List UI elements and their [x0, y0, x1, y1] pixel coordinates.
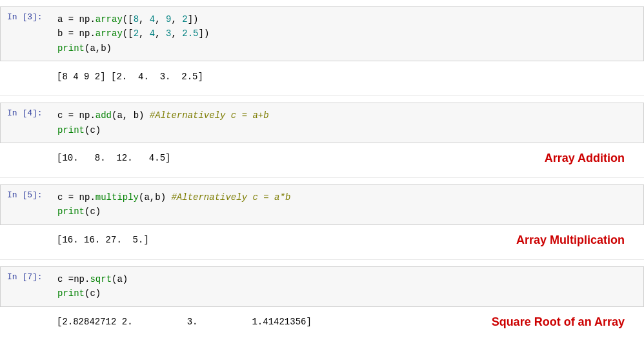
cell-7-wrapper: In [7]: c =np.sqrt(a) print(c) [2.828427…	[0, 260, 644, 341]
code-token: (c)	[85, 125, 101, 135]
code-token: 2.5	[182, 28, 198, 39]
output-text-3: [8 4 9 2] [2. 4. 3. 2.5]	[52, 69, 644, 84]
code-token: ,	[171, 28, 182, 39]
output-label	[0, 150, 52, 167]
output-label	[0, 232, 52, 249]
cell-4-wrapper: In [4]: c = np.add(a, b) #Alternatively …	[0, 96, 644, 177]
cell-7-input: In [7]: c =np.sqrt(a) print(c)	[0, 266, 644, 307]
cell-4-input: In [4]: c = np.add(a, b) #Alternatively …	[0, 103, 644, 143]
code-token: 2	[182, 14, 187, 25]
code-token: print	[57, 43, 85, 54]
output-text-4: [10. 8. 12. 4.5]	[52, 150, 506, 166]
code-line: print(c)	[57, 123, 638, 137]
code-token: #Alternatively c = a+b	[150, 110, 269, 121]
output-text-5: [16. 16. 27. 5.]	[52, 232, 478, 248]
code-token: 4	[150, 14, 155, 25]
code-token: (c)	[85, 288, 101, 299]
code-token: 8	[134, 14, 139, 25]
code-token: ,	[155, 14, 166, 25]
code-line: c = np.multiply(a,b) #Alternatively c = …	[57, 190, 638, 204]
code-line: print(c)	[57, 204, 638, 219]
code-token: 4	[150, 28, 155, 39]
output-label	[0, 313, 52, 331]
array-multiplication-annotation: Array Multiplication	[478, 233, 644, 247]
code-token: print	[57, 125, 85, 135]
cell-3-label: In [3]:	[1, 7, 52, 61]
code-token: (c)	[85, 206, 101, 217]
code-token: (a)	[112, 274, 128, 284]
code-token: ,	[155, 28, 166, 39]
code-token: a = np.	[57, 14, 96, 25]
code-token: array	[96, 14, 123, 25]
cell-3-output: [8 4 9 2] [2. 4. 3. 2.5]	[0, 64, 644, 92]
code-token: print	[57, 288, 85, 299]
code-line: c = np.add(a, b) #Alternatively c = a+b	[57, 108, 638, 123]
cell-4-output: [10. 8. 12. 4.5] Array Addition	[0, 146, 644, 174]
notebook: In [3]: a = np.array([8, 4, 9, 2]) b = n…	[0, 0, 644, 347]
code-line: a = np.array([8, 4, 9, 2])	[57, 12, 638, 26]
code-token: #Alternatively c = a*b	[171, 192, 290, 203]
code-line: print(a,b)	[57, 41, 638, 55]
code-token: ,	[139, 14, 150, 25]
code-token: b = np.	[57, 28, 96, 39]
output-label	[0, 68, 52, 85]
code-token: ([	[123, 28, 134, 39]
cell-7-label: In [7]:	[1, 267, 52, 306]
code-token: (a,b)	[139, 192, 171, 203]
cell-4-code: c = np.add(a, b) #Alternatively c = a+b …	[52, 103, 643, 143]
code-token: add	[96, 110, 112, 121]
code-token: print	[57, 206, 85, 217]
array-addition-annotation: Array Addition	[506, 152, 644, 165]
cell-5-input: In [5]: c = np.multiply(a,b) #Alternativ…	[0, 184, 644, 225]
cell-5-output: [16. 16. 27. 5.] Array Multiplication	[0, 228, 644, 255]
code-token: multiply	[96, 192, 139, 203]
cell-4-label: In [4]:	[1, 103, 52, 143]
cell-3-code: a = np.array([8, 4, 9, 2]) b = np.array(…	[52, 7, 643, 61]
code-token: 2	[134, 28, 139, 39]
cell-5-label: In [5]:	[1, 185, 52, 224]
code-token: ])	[199, 28, 210, 39]
code-token: ])	[188, 14, 199, 25]
code-line: c =np.sqrt(a)	[57, 272, 638, 286]
code-token: sqrt	[90, 274, 112, 284]
code-token: ,	[171, 14, 182, 25]
square-root-annotation: Square Root of an Array	[453, 315, 644, 329]
cell-5-wrapper: In [5]: c = np.multiply(a,b) #Alternativ…	[0, 178, 644, 259]
code-token: c = np.	[57, 192, 96, 203]
cell-7-output: [2.82842712 2. 3. 1.41421356] Square Roo…	[0, 310, 644, 337]
code-token: ([	[123, 14, 134, 25]
code-token: array	[96, 28, 123, 39]
code-token: c =np.	[57, 274, 90, 284]
cell-3-wrapper: In [3]: a = np.array([8, 4, 9, 2]) b = n…	[0, 0, 644, 95]
code-token: (a,b)	[85, 43, 112, 54]
code-token: (a, b)	[112, 110, 150, 121]
code-token: ,	[139, 28, 150, 39]
code-token: c = np.	[57, 110, 96, 121]
code-line: print(c)	[57, 286, 638, 301]
cell-5-code: c = np.multiply(a,b) #Alternatively c = …	[52, 185, 643, 224]
cell-7-code: c =np.sqrt(a) print(c)	[52, 267, 643, 306]
cell-3-input: In [3]: a = np.array([8, 4, 9, 2]) b = n…	[0, 6, 644, 61]
output-text-7: [2.82842712 2. 3. 1.41421356]	[52, 314, 453, 330]
code-line: b = np.array([2, 4, 3, 2.5])	[57, 26, 638, 41]
